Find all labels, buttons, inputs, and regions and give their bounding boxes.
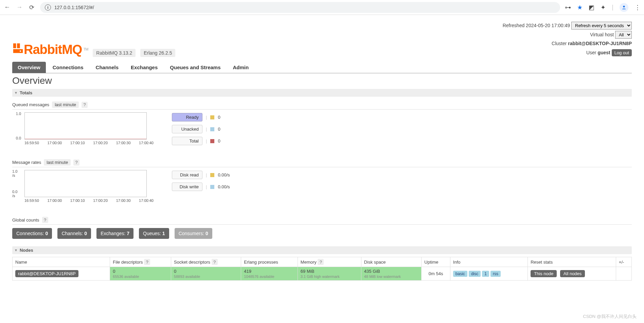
bookmark-star-icon[interactable]: ★ bbox=[577, 4, 583, 11]
profile-avatar-icon[interactable] bbox=[620, 3, 628, 12]
legend-ready-button[interactable]: Ready bbox=[172, 113, 202, 121]
th-info[interactable]: Info bbox=[450, 257, 527, 267]
queued-messages-row: Queued messages last minute ? bbox=[12, 101, 632, 108]
refresh-interval-select[interactable]: Refresh every 5 seconds bbox=[571, 22, 632, 30]
refreshed-timestamp: Refreshed 2024-05-20 17:00:49 bbox=[503, 23, 570, 28]
extensions-puzzle-icon[interactable]: ✦ bbox=[601, 4, 606, 11]
tab-overview[interactable]: Overview bbox=[12, 62, 46, 73]
section-nodes-header[interactable]: ▼ Nodes bbox=[12, 246, 632, 254]
divider bbox=[12, 224, 632, 225]
swatch-unacked-icon bbox=[210, 127, 214, 131]
legend-disk-write-button[interactable]: Disk write bbox=[172, 183, 202, 191]
legend-unacked-value: 0 bbox=[218, 127, 220, 132]
th-plusminus[interactable]: +/- bbox=[616, 257, 631, 267]
th-ep[interactable]: Erlang processes bbox=[241, 257, 298, 267]
th-reset[interactable]: Reset stats bbox=[528, 257, 616, 267]
th-mem[interactable]: Memory ? bbox=[298, 257, 361, 267]
browser-actions: ⊶ ★ ◩ ✦ | ⋮ bbox=[565, 3, 641, 12]
erlang-version-badge[interactable]: Erlang 26.2.5 bbox=[140, 49, 175, 57]
collapse-triangle-icon: ▼ bbox=[14, 248, 18, 252]
info-badge-1[interactable]: 1 bbox=[482, 271, 489, 277]
info-badge-disc[interactable]: disc bbox=[469, 271, 481, 277]
logo-text: RabbitMQ bbox=[24, 42, 82, 57]
logout-button[interactable]: Log out bbox=[612, 49, 632, 56]
th-disk[interactable]: Disk space bbox=[361, 257, 421, 267]
reload-button[interactable]: ⟳ bbox=[28, 4, 35, 11]
legend-total-button[interactable]: Total bbox=[172, 137, 202, 145]
cell-ep: 4191048576 available bbox=[241, 267, 298, 281]
swatch-disk-read-icon bbox=[210, 173, 214, 177]
section-totals-title: Totals bbox=[20, 90, 32, 95]
rates-help-icon[interactable]: ? bbox=[73, 159, 79, 166]
legend-disk-write-value: 0.00/s bbox=[218, 184, 230, 189]
x-axis-labels: 16:59:50 17:00:00 17:00:10 17:00:20 17:0… bbox=[24, 198, 154, 203]
page-title: Overview bbox=[12, 75, 632, 86]
y-tick-top: 1.0 bbox=[16, 112, 21, 116]
cell-uptime: 0m 54s bbox=[422, 267, 450, 281]
tab-admin[interactable]: Admin bbox=[228, 62, 254, 73]
global-counts-help-icon[interactable]: ? bbox=[42, 217, 48, 223]
count-queues[interactable]: Queues: 1 bbox=[139, 228, 169, 239]
rates-period-chip[interactable]: last minute bbox=[44, 159, 71, 166]
legend-unacked: Unacked | 0 bbox=[172, 125, 220, 133]
help-icon[interactable]: ? bbox=[212, 259, 218, 265]
x-axis-labels: 16:59:50 17:00:00 17:00:10 17:00:20 17:0… bbox=[24, 141, 154, 145]
legend-disk-write: Disk write | 0.00/s bbox=[172, 183, 230, 191]
section-totals-header[interactable]: ▼ Totals bbox=[12, 89, 632, 97]
extension-icon[interactable]: ◩ bbox=[589, 4, 594, 11]
global-counts-row: Global counts ? bbox=[12, 217, 632, 223]
vhost-select[interactable]: All bbox=[615, 31, 632, 39]
cell-fd: 065536 available bbox=[110, 267, 171, 281]
legend-disk-read-button[interactable]: Disk read bbox=[172, 171, 202, 179]
count-consumers[interactable]: Consumers: 0 bbox=[175, 228, 212, 239]
tab-queues[interactable]: Queues and Streams bbox=[164, 62, 226, 73]
th-uptime[interactable]: Uptime bbox=[422, 257, 450, 267]
queued-period-chip[interactable]: last minute bbox=[52, 101, 79, 108]
site-info-icon[interactable]: i bbox=[45, 4, 51, 11]
cell-plusminus[interactable] bbox=[616, 267, 631, 281]
help-icon[interactable]: ? bbox=[318, 259, 324, 265]
rabbitmq-logo[interactable]: RabbitMQ TM bbox=[12, 42, 88, 57]
count-channels[interactable]: Channels: 0 bbox=[57, 228, 91, 239]
svg-point-4 bbox=[20, 51, 21, 52]
nodes-table: Name File descriptors ? Socket descripto… bbox=[12, 257, 632, 281]
info-badge-basic[interactable]: basic bbox=[453, 271, 467, 277]
reset-this-node-button[interactable]: This node bbox=[531, 270, 557, 277]
section-nodes-title: Nodes bbox=[20, 248, 33, 253]
legend-ready: Ready | 0 bbox=[172, 113, 220, 121]
cluster-label: Cluster bbox=[552, 41, 567, 46]
forward-button[interactable]: → bbox=[16, 4, 23, 11]
divider bbox=[12, 167, 632, 167]
cell-mem: 69 MiB3.1 GiB high watermark bbox=[298, 267, 361, 281]
global-counts: Connections: 0 Channels: 0 Exchanges: 7 … bbox=[12, 228, 632, 239]
th-fd[interactable]: File descriptors ? bbox=[110, 257, 171, 267]
node-name-link[interactable]: rabbit@DESKTOP-JU1RN8P bbox=[15, 270, 78, 277]
tab-channels[interactable]: Channels bbox=[90, 62, 124, 73]
th-sd[interactable]: Socket descriptors ? bbox=[171, 257, 241, 267]
url-text: 127.0.0.1:15672/#/ bbox=[54, 5, 94, 10]
reset-all-nodes-button[interactable]: All nodes bbox=[560, 270, 585, 277]
vhost-label: Virtual host bbox=[590, 32, 614, 37]
rates-label: Message rates bbox=[12, 160, 41, 165]
rates-chart: 1.0 /s 0.0 /s 16:59:50 17:00:00 17:00:10… bbox=[12, 170, 158, 207]
info-badge-rss[interactable]: rss bbox=[490, 271, 501, 277]
y-tick-bot: 0.0 bbox=[16, 136, 21, 140]
count-connections[interactable]: Connections: 0 bbox=[12, 228, 52, 239]
cell-sd: 058893 available bbox=[171, 267, 241, 281]
rabbitmq-version-badge[interactable]: RabbitMQ 3.13.2 bbox=[93, 49, 136, 57]
user-label: User bbox=[586, 50, 596, 55]
count-exchanges[interactable]: Exchanges: 7 bbox=[96, 228, 133, 239]
cell-disk: 435 GiB48 MiB low watermark bbox=[361, 267, 421, 281]
tab-connections[interactable]: Connections bbox=[47, 62, 89, 73]
legend-disk-read-value: 0.00/s bbox=[218, 172, 230, 177]
legend-unacked-button[interactable]: Unacked bbox=[172, 125, 202, 133]
queued-help-icon[interactable]: ? bbox=[82, 102, 88, 108]
password-key-icon[interactable]: ⊶ bbox=[565, 4, 571, 11]
th-name[interactable]: Name bbox=[13, 257, 110, 267]
help-icon[interactable]: ? bbox=[144, 259, 150, 265]
url-bar[interactable]: i 127.0.0.1:15672/#/ bbox=[40, 2, 560, 13]
browser-menu-icon[interactable]: ⋮ bbox=[634, 4, 641, 11]
queued-messages-label: Queued messages bbox=[12, 102, 49, 107]
tab-exchanges[interactable]: Exchanges bbox=[125, 62, 163, 73]
back-button[interactable]: ← bbox=[3, 4, 11, 11]
